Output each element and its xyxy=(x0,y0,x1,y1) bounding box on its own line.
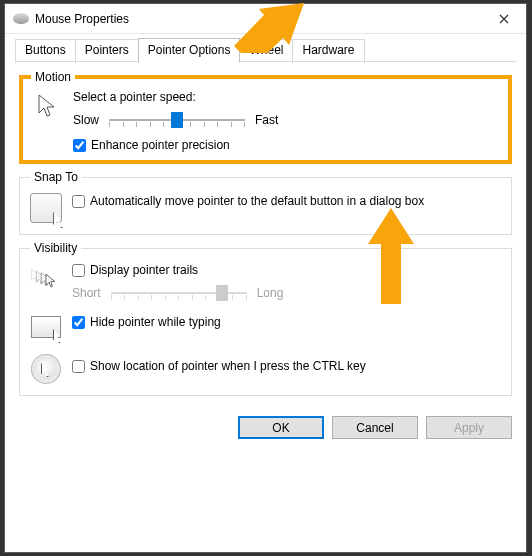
mouse-properties-window: Mouse Properties Buttons Pointers Pointe… xyxy=(4,3,527,553)
hide-pointer-checkbox[interactable]: Hide pointer while typing xyxy=(72,315,221,329)
apply-button: Apply xyxy=(426,416,512,439)
pointer-trails-slider xyxy=(111,283,247,303)
ok-button[interactable]: OK xyxy=(238,416,324,439)
hide-pointer-label: Hide pointer while typing xyxy=(90,315,221,329)
motion-legend: Motion xyxy=(31,70,75,84)
pointer-trails-label: Display pointer trails xyxy=(90,263,198,277)
tab-pointer-options[interactable]: Pointer Options xyxy=(138,38,241,62)
tab-buttons[interactable]: Buttons xyxy=(15,39,76,63)
trails-short-label: Short xyxy=(72,286,101,300)
ctrl-locate-checkbox[interactable]: Show location of pointer when I press th… xyxy=(72,359,366,373)
snap-to-group: Snap To Automatically move pointer to th… xyxy=(19,170,512,235)
close-button[interactable] xyxy=(482,4,526,33)
pointer-speed-label: Select a pointer speed: xyxy=(73,90,500,104)
enhance-precision-checkbox[interactable]: Enhance pointer precision xyxy=(73,138,500,152)
pointer-speed-icon xyxy=(31,90,63,122)
ctrl-locate-icon xyxy=(30,353,62,385)
svg-marker-1 xyxy=(368,208,414,304)
tab-pointers[interactable]: Pointers xyxy=(75,39,139,63)
tab-content: Motion Select a pointer speed: Slow xyxy=(5,62,526,408)
enhance-precision-input[interactable] xyxy=(73,139,86,152)
dialog-button-bar: OK Cancel Apply xyxy=(5,408,526,449)
snap-to-icon xyxy=(30,192,62,224)
pointer-trails-input[interactable] xyxy=(72,264,85,277)
cancel-button[interactable]: Cancel xyxy=(332,416,418,439)
snap-to-input[interactable] xyxy=(72,195,85,208)
speed-fast-label: Fast xyxy=(255,113,278,127)
motion-group: Motion Select a pointer speed: Slow xyxy=(19,70,512,164)
hide-pointer-input[interactable] xyxy=(72,316,85,329)
visibility-legend: Visibility xyxy=(30,241,81,255)
ctrl-locate-input[interactable] xyxy=(72,360,85,373)
annotation-arrow-top xyxy=(234,3,304,53)
pointer-speed-slider[interactable] xyxy=(109,110,245,130)
pointer-trails-icon xyxy=(30,263,62,295)
mouse-icon xyxy=(13,13,29,24)
snap-to-label: Automatically move pointer to the defaul… xyxy=(90,194,424,208)
pointer-trails-checkbox[interactable]: Display pointer trails xyxy=(72,263,501,277)
trails-long-label: Long xyxy=(257,286,284,300)
svg-marker-0 xyxy=(234,3,304,53)
annotation-arrow-bottom xyxy=(368,208,414,304)
close-icon xyxy=(499,14,509,24)
snap-to-legend: Snap To xyxy=(30,170,82,184)
speed-slow-label: Slow xyxy=(73,113,99,127)
enhance-precision-label: Enhance pointer precision xyxy=(91,138,230,152)
visibility-group: Visibility Display pointer trails xyxy=(19,241,512,396)
hide-pointer-icon xyxy=(30,311,62,343)
snap-to-checkbox[interactable]: Automatically move pointer to the defaul… xyxy=(72,194,501,208)
ctrl-locate-label: Show location of pointer when I press th… xyxy=(90,359,366,373)
